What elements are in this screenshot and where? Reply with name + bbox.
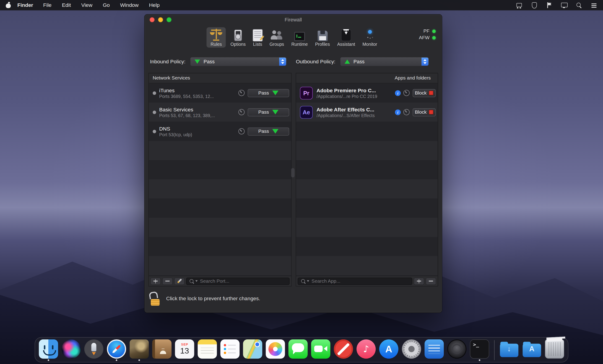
service-row-basic-services[interactable]: Basic Services Ports 53, 67, 68, 123, 38… bbox=[149, 102, 291, 122]
policy-bar: Inbound Policy: Pass Outbound Policy: Pa… bbox=[145, 50, 442, 73]
running-indicator-dot bbox=[93, 359, 95, 361]
dock-item-appstore[interactable] bbox=[379, 339, 398, 361]
traffic-lights bbox=[150, 17, 172, 22]
notification-center-icon[interactable] bbox=[591, 2, 598, 8]
toolbar-tab-options[interactable]: Options bbox=[228, 28, 248, 48]
close-button[interactable] bbox=[150, 17, 155, 22]
stepper-icon[interactable] bbox=[421, 57, 428, 65]
service-search-box[interactable] bbox=[186, 277, 290, 285]
add-app-button[interactable] bbox=[414, 277, 424, 285]
service-action-button[interactable]: Pass bbox=[248, 89, 289, 97]
info-icon[interactable] bbox=[395, 109, 401, 115]
inbound-policy-select[interactable]: Pass bbox=[190, 57, 287, 66]
folder-downloads-icon: ↓ bbox=[499, 339, 519, 359]
speedometer-icon[interactable] bbox=[404, 90, 410, 96]
search-menu-caret-icon[interactable] bbox=[307, 280, 309, 282]
service-action-button[interactable]: Pass bbox=[248, 108, 289, 116]
dock-item-blueapp[interactable] bbox=[425, 339, 444, 361]
speedometer-icon[interactable] bbox=[404, 109, 410, 115]
titlebar[interactable]: Firewall bbox=[145, 15, 442, 25]
dock-item-calendar[interactable]: SEP13 bbox=[175, 339, 194, 361]
dock-item-prohibit[interactable] bbox=[334, 339, 353, 361]
menu-item-view[interactable]: View bbox=[81, 2, 92, 8]
panel-splitter-handle[interactable] bbox=[291, 168, 294, 177]
dock-item-trash[interactable] bbox=[545, 339, 564, 361]
dock-item-messages[interactable] bbox=[289, 339, 308, 361]
toolbar-tab-assistant[interactable]: Assistant bbox=[335, 28, 358, 48]
dock-item-contacts[interactable] bbox=[152, 339, 172, 361]
dock-item-reminders[interactable] bbox=[220, 339, 240, 361]
network-services-list[interactable]: iTunes Ports 3689, 554, 5353, 12... Pass… bbox=[149, 83, 291, 276]
service-action-button[interactable]: Pass bbox=[248, 127, 289, 135]
dock-item-folder-applications[interactable]: A bbox=[522, 339, 541, 361]
dock-item-folder-downloads[interactable]: ↓ bbox=[499, 339, 519, 361]
remove-app-button[interactable] bbox=[426, 277, 436, 285]
add-service-button[interactable] bbox=[150, 277, 161, 285]
speedometer-icon[interactable] bbox=[238, 109, 244, 115]
search-app-input[interactable] bbox=[312, 278, 409, 284]
remove-service-button[interactable] bbox=[162, 277, 173, 285]
truck-icon[interactable] bbox=[516, 2, 522, 8]
dock-item-terminal[interactable] bbox=[470, 339, 489, 361]
dock-item-maps[interactable] bbox=[243, 339, 262, 361]
running-indicator-dot bbox=[184, 359, 186, 361]
apps-folders-list[interactable]: Pr Adobe Premiere Pro C... /Applications… bbox=[296, 83, 438, 276]
stepper-icon[interactable] bbox=[279, 57, 286, 65]
toolbar-tab-monitor[interactable]: Monitor bbox=[360, 27, 380, 47]
apple-menu-icon[interactable] bbox=[5, 2, 11, 8]
minimize-button[interactable] bbox=[158, 17, 163, 22]
apps-toolbar bbox=[296, 276, 438, 286]
zoom-button[interactable] bbox=[166, 17, 172, 22]
dock-item-notes[interactable] bbox=[198, 339, 217, 361]
app-row-after-effects[interactable]: Ae Adobe After Effects C... /Application… bbox=[296, 102, 438, 122]
afw-status-dot bbox=[432, 36, 436, 39]
toolbar-tab-runtime[interactable]: Runtime bbox=[289, 29, 311, 47]
app-action-button[interactable]: Block bbox=[413, 89, 436, 97]
outbound-policy-select[interactable]: Pass bbox=[340, 57, 429, 66]
action-label: Pass bbox=[258, 129, 269, 134]
folder-applications-icon: A bbox=[522, 339, 541, 359]
menu-item-edit[interactable]: Edit bbox=[62, 2, 71, 8]
menu-app-name[interactable]: Finder bbox=[17, 2, 33, 8]
maps-icon bbox=[243, 339, 262, 359]
service-row-itunes[interactable]: iTunes Ports 3689, 554, 5353, 12... Pass bbox=[149, 83, 291, 102]
app-search-box[interactable] bbox=[298, 277, 412, 285]
menu-item-window[interactable]: Window bbox=[120, 2, 139, 8]
search-port-input[interactable] bbox=[200, 278, 286, 284]
dock-item-launchpad[interactable] bbox=[84, 339, 103, 361]
app-action-button[interactable]: Block bbox=[413, 108, 436, 116]
toolbar-tab-lists[interactable]: Lists bbox=[250, 28, 265, 47]
dock-item-safari[interactable] bbox=[107, 339, 126, 361]
dock-item-photos[interactable] bbox=[266, 339, 285, 361]
running-indicator-dot bbox=[479, 359, 480, 361]
spotlight-search-icon[interactable] bbox=[576, 2, 582, 8]
unlocked-padlock-icon[interactable] bbox=[150, 291, 160, 306]
toolbar-tab-profiles[interactable]: Profiles bbox=[313, 28, 333, 47]
speedometer-icon[interactable] bbox=[238, 90, 244, 96]
people-icon bbox=[270, 29, 284, 41]
shield-icon[interactable] bbox=[531, 2, 538, 8]
display-icon[interactable] bbox=[561, 2, 568, 8]
menu-item-go[interactable]: Go bbox=[103, 2, 110, 8]
dock-item-dial[interactable] bbox=[447, 339, 466, 361]
speedometer-icon[interactable] bbox=[238, 128, 244, 134]
apps-folders-header: Apps and folders bbox=[296, 73, 438, 83]
dock-item-finder[interactable] bbox=[39, 339, 58, 361]
service-row-dns[interactable]: DNS Port 53(tcp, udp) Pass bbox=[149, 122, 291, 141]
edit-service-button[interactable] bbox=[174, 277, 185, 285]
dock-item-siri[interactable] bbox=[62, 339, 81, 361]
dock-item-itunes[interactable] bbox=[357, 339, 376, 361]
search-menu-caret-icon[interactable] bbox=[196, 280, 198, 282]
info-icon[interactable] bbox=[395, 90, 401, 96]
plus-icon bbox=[417, 279, 421, 283]
flag-icon[interactable] bbox=[546, 2, 553, 8]
menu-item-help[interactable]: Help bbox=[149, 2, 160, 8]
menu-item-file[interactable]: File bbox=[43, 2, 52, 8]
dock-item-photo[interactable] bbox=[129, 339, 149, 361]
toolbar-tab-groups[interactable]: Groups bbox=[267, 27, 287, 47]
app-row-premiere[interactable]: Pr Adobe Premiere Pro C... /Applications… bbox=[296, 83, 438, 102]
toolbar-tab-rules[interactable]: Rules bbox=[207, 27, 226, 47]
dock-item-sysprefs[interactable] bbox=[402, 339, 421, 361]
dock-item-facetime[interactable] bbox=[311, 339, 330, 361]
running-indicator-dot bbox=[297, 359, 299, 361]
